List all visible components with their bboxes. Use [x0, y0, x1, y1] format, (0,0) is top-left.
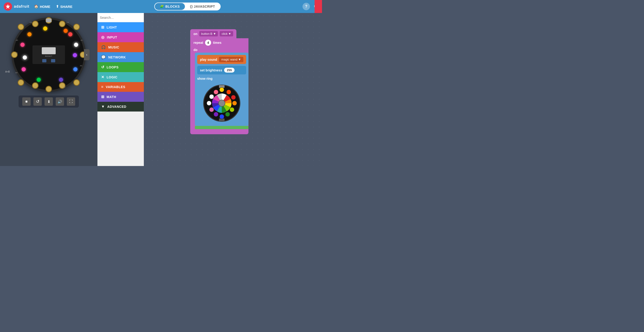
board-buttons: [42, 59, 55, 62]
nav-share[interactable]: ⬆ SHARE: [56, 4, 72, 8]
button-b-arrow: ▼: [213, 32, 216, 35]
pad-bl[interactable]: [18, 79, 24, 86]
usb-top: [46, 18, 52, 22]
javascript-mode-button[interactable]: {} JAVASCRIPT: [185, 3, 220, 10]
click-label: click: [222, 32, 227, 35]
led-green-b: [37, 78, 41, 82]
category-network-label: NETWORK: [108, 55, 126, 59]
device-panel: RESET D8 D3 A5 A1 A3 A6 D7 A0 A: [0, 13, 98, 166]
math-icon: ⊞: [101, 95, 104, 99]
label-a9: A9: [80, 65, 82, 67]
block-palette: 🔍 ⊞ LIGHT ◎ INPUT 🎧 MUSIC 💬 NETWORK ↺ LO…: [98, 13, 144, 166]
svg-point-4: [220, 87, 224, 92]
svg-point-11: [214, 112, 218, 117]
svg-point-5: [226, 90, 231, 94]
on-event-block[interactable]: on button B ▼ click ▼: [190, 29, 236, 38]
pad-tl[interactable]: [18, 24, 24, 30]
category-network[interactable]: 💬 NETWORK: [98, 52, 144, 62]
download-button[interactable]: ⬇: [44, 97, 53, 106]
collapse-panel-button[interactable]: ‹: [84, 49, 90, 60]
svg-point-17: [218, 100, 225, 106]
label-a0: A0: [63, 86, 66, 88]
search-input[interactable]: [100, 15, 144, 19]
category-advanced[interactable]: ▼ ADVANCED: [98, 102, 144, 111]
label-a5: A5: [16, 39, 18, 41]
color-ring-widget[interactable]: [197, 83, 246, 124]
label-a3: A3: [15, 52, 18, 54]
category-logic[interactable]: ✕ LOGIC: [98, 72, 144, 82]
click-dropdown[interactable]: click ▼: [220, 31, 233, 36]
play-sound-block[interactable]: play sound magic wand ▼: [197, 55, 246, 64]
play-sound-label: play sound: [200, 58, 217, 61]
pad-t1[interactable]: [32, 21, 38, 27]
reset-label: RESET: [45, 55, 52, 57]
fullscreen-button[interactable]: ⛶: [67, 97, 75, 106]
stop-icon: ■: [25, 99, 28, 104]
logo-text: adafruit: [14, 4, 30, 8]
stop-button[interactable]: ■: [22, 97, 30, 106]
category-math-label: MATH: [107, 95, 116, 99]
button-b[interactable]: [51, 59, 55, 62]
main-content: RESET D8 D3 A5 A1 A3 A6 D7 A0 A: [0, 13, 322, 166]
category-loops[interactable]: ↺ LOOPS: [98, 62, 144, 72]
led-orange-tl: [27, 32, 32, 36]
category-advanced-label: ADVANCED: [107, 105, 126, 108]
mode-toggle: 🧩 BLOCKS {} JAVASCRIPT: [154, 2, 220, 10]
device-controls: ■ ↺ ⬇ 🔊 ⛶: [18, 95, 79, 108]
pad-tr[interactable]: [73, 24, 80, 30]
chevron-left-icon: ‹: [86, 53, 87, 57]
logo-area: adafruit: [4, 2, 30, 11]
button-b-dropdown[interactable]: button B ▼: [199, 31, 218, 36]
set-brightness-label: set brightness: [200, 68, 222, 72]
svg-point-7: [232, 101, 237, 105]
block-stack: on button B ▼ click ▼ repeat 4 times: [190, 29, 248, 134]
nav-home[interactable]: 🏠 HOME: [34, 4, 50, 8]
magic-wand-label: magic wand: [221, 58, 237, 61]
input-icon: ◎: [101, 35, 105, 39]
javascript-label: {} JAVASCRIPT: [190, 5, 215, 8]
help-button[interactable]: ?: [302, 3, 310, 10]
category-input-label: INPUT: [107, 35, 118, 39]
category-light[interactable]: ⊞ LIGHT: [98, 22, 144, 32]
category-variables[interactable]: ≡ VARIABLES: [98, 82, 144, 92]
category-music[interactable]: 🎧 MUSIC: [98, 42, 144, 52]
home-label: HOME: [40, 5, 50, 8]
blocks-icon: 🧩: [160, 5, 164, 8]
share-icon: ⬆: [56, 4, 59, 8]
pad-t2[interactable]: [59, 21, 66, 27]
pad-bottom[interactable]: [46, 86, 52, 92]
led-indigo-b: [59, 78, 63, 82]
blocks-mode-button[interactable]: 🧩 BLOCKS: [155, 3, 185, 10]
svg-point-10: [220, 114, 224, 119]
category-music-label: MUSIC: [108, 45, 120, 49]
center-chip: RESET: [32, 45, 65, 64]
repeat-count[interactable]: 4: [205, 40, 211, 46]
set-brightness-block[interactable]: set brightness 255: [197, 66, 246, 74]
button-a[interactable]: [42, 59, 46, 62]
music-icon: 🎧: [101, 45, 106, 49]
workspace[interactable]: on button B ▼ click ▼ repeat 4 times: [144, 13, 322, 166]
label-d3: D3: [66, 21, 69, 23]
home-icon: 🏠: [34, 4, 38, 8]
category-variables-label: VARIABLES: [106, 85, 125, 89]
download-icon: ⬇: [47, 99, 50, 104]
led-blue-br: [73, 67, 78, 71]
category-loops-label: LOOPS: [107, 65, 119, 69]
category-light-label: LIGHT: [107, 25, 117, 29]
logic-icon: ✕: [101, 75, 104, 79]
refresh-button[interactable]: ↺: [34, 97, 42, 106]
magenta-footer: [190, 129, 248, 133]
label-d7: D7: [34, 86, 36, 88]
click-arrow: ▼: [228, 32, 231, 35]
magic-wand-dropdown[interactable]: magic wand ▼: [219, 57, 243, 62]
pad-br[interactable]: [73, 79, 80, 86]
svg-point-6: [231, 95, 236, 100]
category-input[interactable]: ◎ INPUT: [98, 32, 144, 42]
sound-button[interactable]: 🔊: [56, 97, 64, 106]
search-bar: 🔍: [98, 13, 144, 22]
refresh-icon: ↺: [36, 99, 40, 104]
led-white-l2: [23, 55, 27, 60]
brightness-value[interactable]: 255: [224, 68, 235, 72]
category-math[interactable]: ⊞ MATH: [98, 92, 144, 102]
blocks-label: BLOCKS: [166, 5, 180, 8]
